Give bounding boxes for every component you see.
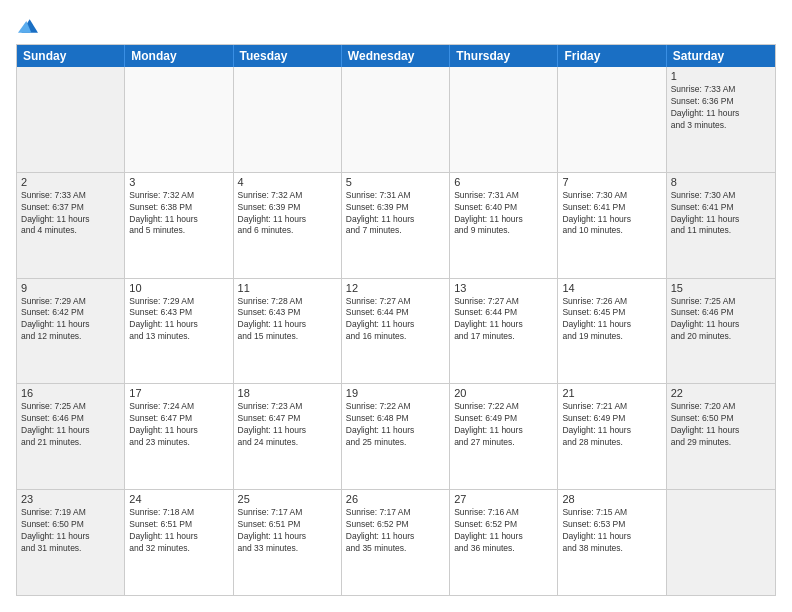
- day-info: Sunrise: 7:24 AMSunset: 6:47 PMDaylight:…: [129, 401, 228, 449]
- calendar-cell: 17Sunrise: 7:24 AMSunset: 6:47 PMDayligh…: [125, 384, 233, 489]
- calendar-cell: 8Sunrise: 7:30 AMSunset: 6:41 PMDaylight…: [667, 173, 775, 278]
- calendar-cell: 19Sunrise: 7:22 AMSunset: 6:48 PMDayligh…: [342, 384, 450, 489]
- calendar-cell: [17, 67, 125, 172]
- calendar-cell: 23Sunrise: 7:19 AMSunset: 6:50 PMDayligh…: [17, 490, 125, 595]
- day-info: Sunrise: 7:15 AMSunset: 6:53 PMDaylight:…: [562, 507, 661, 555]
- calendar-cell: 27Sunrise: 7:16 AMSunset: 6:52 PMDayligh…: [450, 490, 558, 595]
- logo: [16, 16, 38, 36]
- day-number: 16: [21, 387, 120, 399]
- day-info: Sunrise: 7:19 AMSunset: 6:50 PMDaylight:…: [21, 507, 120, 555]
- calendar-week-4: 23Sunrise: 7:19 AMSunset: 6:50 PMDayligh…: [17, 490, 775, 595]
- calendar-header-monday: Monday: [125, 45, 233, 67]
- calendar-header-saturday: Saturday: [667, 45, 775, 67]
- calendar-cell: 26Sunrise: 7:17 AMSunset: 6:52 PMDayligh…: [342, 490, 450, 595]
- day-number: 15: [671, 282, 771, 294]
- day-number: 25: [238, 493, 337, 505]
- page: SundayMondayTuesdayWednesdayThursdayFrid…: [0, 0, 792, 612]
- calendar-cell: 1Sunrise: 7:33 AMSunset: 6:36 PMDaylight…: [667, 67, 775, 172]
- day-info: Sunrise: 7:29 AMSunset: 6:42 PMDaylight:…: [21, 296, 120, 344]
- calendar-cell: 20Sunrise: 7:22 AMSunset: 6:49 PMDayligh…: [450, 384, 558, 489]
- calendar-header-row: SundayMondayTuesdayWednesdayThursdayFrid…: [17, 45, 775, 67]
- day-info: Sunrise: 7:26 AMSunset: 6:45 PMDaylight:…: [562, 296, 661, 344]
- day-number: 4: [238, 176, 337, 188]
- day-number: 23: [21, 493, 120, 505]
- calendar-cell: [342, 67, 450, 172]
- calendar-cell: 11Sunrise: 7:28 AMSunset: 6:43 PMDayligh…: [234, 279, 342, 384]
- day-number: 7: [562, 176, 661, 188]
- day-info: Sunrise: 7:31 AMSunset: 6:40 PMDaylight:…: [454, 190, 553, 238]
- calendar-header-thursday: Thursday: [450, 45, 558, 67]
- day-info: Sunrise: 7:33 AMSunset: 6:37 PMDaylight:…: [21, 190, 120, 238]
- day-number: 6: [454, 176, 553, 188]
- day-number: 3: [129, 176, 228, 188]
- calendar-header-tuesday: Tuesday: [234, 45, 342, 67]
- calendar-cell: 4Sunrise: 7:32 AMSunset: 6:39 PMDaylight…: [234, 173, 342, 278]
- calendar-cell: 18Sunrise: 7:23 AMSunset: 6:47 PMDayligh…: [234, 384, 342, 489]
- calendar-cell: [667, 490, 775, 595]
- calendar-cell: 3Sunrise: 7:32 AMSunset: 6:38 PMDaylight…: [125, 173, 233, 278]
- day-info: Sunrise: 7:22 AMSunset: 6:49 PMDaylight:…: [454, 401, 553, 449]
- calendar-week-0: 1Sunrise: 7:33 AMSunset: 6:36 PMDaylight…: [17, 67, 775, 173]
- day-info: Sunrise: 7:31 AMSunset: 6:39 PMDaylight:…: [346, 190, 445, 238]
- day-info: Sunrise: 7:28 AMSunset: 6:43 PMDaylight:…: [238, 296, 337, 344]
- calendar-cell: 5Sunrise: 7:31 AMSunset: 6:39 PMDaylight…: [342, 173, 450, 278]
- day-number: 18: [238, 387, 337, 399]
- calendar-week-2: 9Sunrise: 7:29 AMSunset: 6:42 PMDaylight…: [17, 279, 775, 385]
- day-number: 12: [346, 282, 445, 294]
- header: [16, 16, 776, 36]
- calendar-cell: 13Sunrise: 7:27 AMSunset: 6:44 PMDayligh…: [450, 279, 558, 384]
- calendar-cell: [234, 67, 342, 172]
- calendar-cell: [450, 67, 558, 172]
- day-number: 2: [21, 176, 120, 188]
- day-number: 28: [562, 493, 661, 505]
- day-info: Sunrise: 7:20 AMSunset: 6:50 PMDaylight:…: [671, 401, 771, 449]
- day-info: Sunrise: 7:32 AMSunset: 6:38 PMDaylight:…: [129, 190, 228, 238]
- calendar-body: 1Sunrise: 7:33 AMSunset: 6:36 PMDaylight…: [17, 67, 775, 595]
- calendar-cell: 2Sunrise: 7:33 AMSunset: 6:37 PMDaylight…: [17, 173, 125, 278]
- calendar-week-1: 2Sunrise: 7:33 AMSunset: 6:37 PMDaylight…: [17, 173, 775, 279]
- day-info: Sunrise: 7:30 AMSunset: 6:41 PMDaylight:…: [562, 190, 661, 238]
- calendar-cell: [125, 67, 233, 172]
- calendar-cell: 14Sunrise: 7:26 AMSunset: 6:45 PMDayligh…: [558, 279, 666, 384]
- calendar-week-3: 16Sunrise: 7:25 AMSunset: 6:46 PMDayligh…: [17, 384, 775, 490]
- day-number: 26: [346, 493, 445, 505]
- day-info: Sunrise: 7:33 AMSunset: 6:36 PMDaylight:…: [671, 84, 771, 132]
- calendar-cell: 15Sunrise: 7:25 AMSunset: 6:46 PMDayligh…: [667, 279, 775, 384]
- calendar-cell: 25Sunrise: 7:17 AMSunset: 6:51 PMDayligh…: [234, 490, 342, 595]
- day-info: Sunrise: 7:16 AMSunset: 6:52 PMDaylight:…: [454, 507, 553, 555]
- calendar: SundayMondayTuesdayWednesdayThursdayFrid…: [16, 44, 776, 596]
- day-number: 14: [562, 282, 661, 294]
- calendar-cell: 22Sunrise: 7:20 AMSunset: 6:50 PMDayligh…: [667, 384, 775, 489]
- day-number: 24: [129, 493, 228, 505]
- day-number: 27: [454, 493, 553, 505]
- day-number: 13: [454, 282, 553, 294]
- day-info: Sunrise: 7:25 AMSunset: 6:46 PMDaylight:…: [671, 296, 771, 344]
- day-info: Sunrise: 7:22 AMSunset: 6:48 PMDaylight:…: [346, 401, 445, 449]
- day-info: Sunrise: 7:27 AMSunset: 6:44 PMDaylight:…: [454, 296, 553, 344]
- calendar-cell: 6Sunrise: 7:31 AMSunset: 6:40 PMDaylight…: [450, 173, 558, 278]
- calendar-header-wednesday: Wednesday: [342, 45, 450, 67]
- calendar-header-sunday: Sunday: [17, 45, 125, 67]
- calendar-cell: [558, 67, 666, 172]
- calendar-cell: 10Sunrise: 7:29 AMSunset: 6:43 PMDayligh…: [125, 279, 233, 384]
- day-info: Sunrise: 7:30 AMSunset: 6:41 PMDaylight:…: [671, 190, 771, 238]
- day-info: Sunrise: 7:29 AMSunset: 6:43 PMDaylight:…: [129, 296, 228, 344]
- calendar-cell: 28Sunrise: 7:15 AMSunset: 6:53 PMDayligh…: [558, 490, 666, 595]
- day-number: 21: [562, 387, 661, 399]
- calendar-cell: 9Sunrise: 7:29 AMSunset: 6:42 PMDaylight…: [17, 279, 125, 384]
- day-number: 20: [454, 387, 553, 399]
- day-number: 1: [671, 70, 771, 82]
- day-info: Sunrise: 7:23 AMSunset: 6:47 PMDaylight:…: [238, 401, 337, 449]
- day-number: 22: [671, 387, 771, 399]
- calendar-cell: 16Sunrise: 7:25 AMSunset: 6:46 PMDayligh…: [17, 384, 125, 489]
- day-number: 19: [346, 387, 445, 399]
- day-info: Sunrise: 7:17 AMSunset: 6:51 PMDaylight:…: [238, 507, 337, 555]
- day-number: 10: [129, 282, 228, 294]
- day-number: 17: [129, 387, 228, 399]
- day-number: 9: [21, 282, 120, 294]
- day-info: Sunrise: 7:17 AMSunset: 6:52 PMDaylight:…: [346, 507, 445, 555]
- calendar-cell: 24Sunrise: 7:18 AMSunset: 6:51 PMDayligh…: [125, 490, 233, 595]
- calendar-header-friday: Friday: [558, 45, 666, 67]
- day-number: 11: [238, 282, 337, 294]
- day-info: Sunrise: 7:25 AMSunset: 6:46 PMDaylight:…: [21, 401, 120, 449]
